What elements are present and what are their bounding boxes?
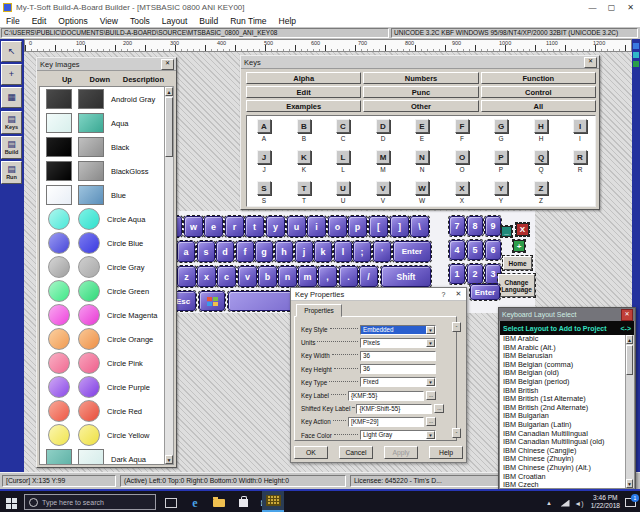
tab-properties[interactable]: Properties <box>296 304 342 317</box>
grid-toolbar-button[interactable]: ▦ <box>1 87 22 108</box>
dialog-key-F[interactable]: F <box>455 119 469 133</box>
key-6[interactable]: 6 <box>485 240 501 260</box>
key-2[interactable]: 2 <box>467 264 483 284</box>
scroll-thumb[interactable] <box>165 97 173 157</box>
key-[[interactable]: [ <box>369 216 388 237</box>
close-button[interactable]: ✕ <box>621 0 640 14</box>
menu-item[interactable]: View <box>94 16 124 26</box>
category-button[interactable]: Numbers <box>363 72 478 84</box>
key-image-row[interactable]: Dark Aqua <box>40 447 165 465</box>
key-b[interactable]: b <box>258 266 277 287</box>
build-toolbar-button[interactable]: ▤Build <box>1 136 22 159</box>
menu-item[interactable]: File <box>0 16 26 26</box>
category-button[interactable]: Punc <box>363 86 478 98</box>
property-value-field[interactable]: 36 <box>360 351 436 361</box>
keyboard-plus-key[interactable]: + <box>513 240 525 252</box>
scroll-up-icon[interactable]: ▲ <box>165 87 173 96</box>
key-8[interactable]: 8 <box>467 216 483 236</box>
key-;[interactable]: ; <box>353 241 371 262</box>
dialog-scroll-down[interactable]: - <box>452 428 461 438</box>
dialog-key-L[interactable]: L <box>336 150 350 164</box>
run-toolbar-button[interactable]: ▤Run <box>1 161 22 184</box>
keys-dialog-titlebar[interactable]: Keys ✕ <box>241 56 599 69</box>
key-image-row[interactable]: Aqua <box>40 111 165 135</box>
key-4[interactable]: 4 <box>449 240 465 260</box>
dialog-key-J[interactable]: J <box>257 150 271 164</box>
property-value-field[interactable]: Fixed▼ <box>360 377 436 387</box>
dialog-key-V[interactable]: V <box>376 181 390 195</box>
key-.[interactable]: . <box>339 266 358 287</box>
key-d[interactable]: d <box>216 241 234 262</box>
property-value-field[interactable]: Embedded▼ <box>360 325 436 335</box>
menu-item[interactable]: Help <box>273 16 302 26</box>
scroll-box-icon[interactable] <box>633 52 639 58</box>
store-icon[interactable] <box>234 495 252 511</box>
category-button[interactable]: Edit <box>246 86 361 98</box>
layout-select-titlebar[interactable]: Keyboard Layout Select ✕ <box>499 308 635 321</box>
key-m[interactable]: m <box>298 266 317 287</box>
key-selection-area[interactable]: AABBCCDDEEFFGGHHIIJJKKLLMMNNOOPPQQRRSSTT… <box>246 115 596 207</box>
key-'[interactable]: ' <box>373 241 391 262</box>
key-images-scrollbar[interactable]: ▲ ▼ <box>164 86 174 465</box>
key-f[interactable]: f <box>236 241 254 262</box>
category-button[interactable]: Function <box>481 72 596 84</box>
dialog-key-P[interactable]: P <box>494 150 508 164</box>
key-image-row[interactable]: Circle Blue <box>40 231 165 255</box>
key-Enter[interactable]: Enter <box>393 241 431 262</box>
clock[interactable]: 3:46 PM1/22/2018 <box>591 494 620 510</box>
dialog-key-R[interactable]: R <box>573 150 587 164</box>
dialog-key-T[interactable]: T <box>297 181 311 195</box>
dialog-key-K[interactable]: K <box>297 150 311 164</box>
key-image-row[interactable]: Circle Orange <box>40 327 165 351</box>
keyboard-minimize-key[interactable]: _ <box>501 226 512 237</box>
minimize-button[interactable]: — <box>583 0 602 14</box>
key-image-row[interactable]: Circle Magenta <box>40 303 165 327</box>
key-h[interactable]: h <box>275 241 293 262</box>
key-v[interactable]: v <box>238 266 257 287</box>
key-image-row[interactable]: Circle Red <box>40 399 165 423</box>
key-z[interactable]: z <box>177 266 196 287</box>
close-icon[interactable]: ✕ <box>451 290 466 298</box>
layout-list[interactable]: IBM ArabicIBM Arabic (Alt.)IBM Belarusia… <box>500 335 627 488</box>
dropdown-arrow-icon[interactable]: ▼ <box>426 326 435 334</box>
key-a[interactable]: a <box>177 241 195 262</box>
key-image-row[interactable]: BlackGloss <box>40 159 165 183</box>
scroll-down-icon[interactable]: ▼ <box>165 455 173 464</box>
property-value-field[interactable]: [KMF=29] <box>348 417 424 427</box>
scroll-down-icon[interactable] <box>633 61 639 67</box>
close-icon[interactable]: ✕ <box>161 59 174 70</box>
key-][interactable]: ] <box>390 216 409 237</box>
position-toolbar-button[interactable]: + <box>1 64 22 85</box>
key-l[interactable]: l <box>334 241 352 262</box>
key-7[interactable]: 7 <box>449 216 465 236</box>
property-value-field[interactable]: Light Gray▼ <box>360 430 436 440</box>
key-image-row[interactable]: Circle Yellow <box>40 423 165 447</box>
maximize-button[interactable]: ▢ <box>602 0 621 14</box>
key-w[interactable]: w <box>184 216 203 237</box>
cancel-button[interactable]: Cancel <box>339 446 373 459</box>
key-g[interactable]: g <box>255 241 273 262</box>
dialog-key-Z[interactable]: Z <box>534 181 548 195</box>
close-icon[interactable]: ✕ <box>621 309 633 321</box>
ellipsis-button[interactable]: ... <box>426 417 436 426</box>
dialog-key-B[interactable]: B <box>297 119 311 133</box>
category-button[interactable]: All <box>481 100 596 112</box>
dialog-key-G[interactable]: G <box>494 119 508 133</box>
scroll-thumb[interactable] <box>626 345 633 375</box>
scroll-up-icon[interactable]: ▲ <box>626 335 633 344</box>
key-y[interactable]: y <box>266 216 285 237</box>
dialog-key-U[interactable]: U <box>336 181 350 195</box>
dialog-key-D[interactable]: D <box>376 119 390 133</box>
dialog-key-C[interactable]: C <box>336 119 350 133</box>
dialog-key-I[interactable]: I <box>573 119 587 133</box>
key-image-row[interactable]: Blue <box>40 183 165 207</box>
keys-toolbar-button[interactable]: ▤Keys <box>1 111 22 134</box>
key-i[interactable]: i <box>307 216 326 237</box>
key-e[interactable]: e <box>204 216 223 237</box>
key-/[interactable]: / <box>359 266 378 287</box>
dialog-key-Q[interactable]: Q <box>534 150 548 164</box>
key-o[interactable]: o <box>328 216 347 237</box>
key-s[interactable]: s <box>197 241 215 262</box>
ellipsis-button[interactable]: ... <box>434 404 444 413</box>
key-t[interactable]: t <box>245 216 264 237</box>
